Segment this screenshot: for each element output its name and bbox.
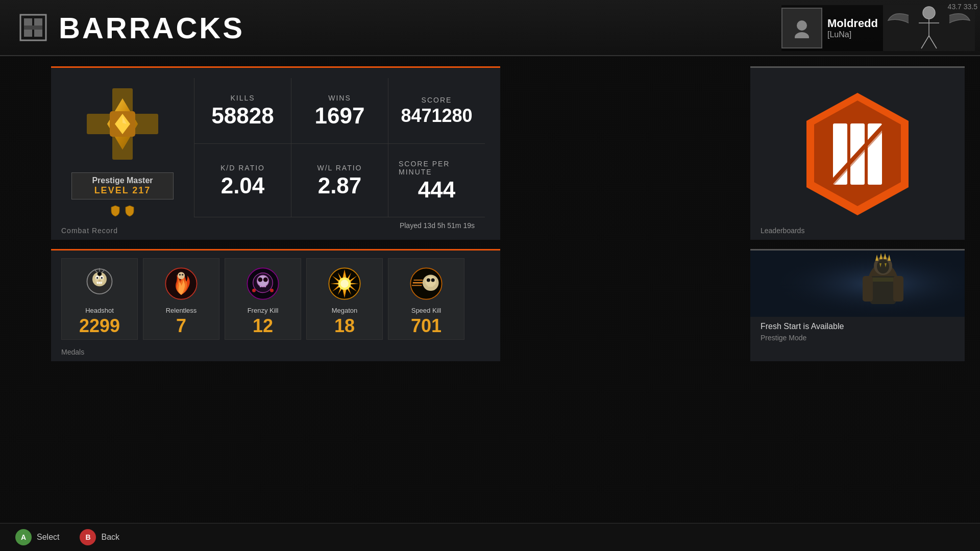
svg-point-4 bbox=[797, 20, 807, 31]
svg-rect-69 bbox=[428, 284, 430, 286]
svg-point-43 bbox=[179, 273, 181, 276]
svg-line-10 bbox=[929, 36, 937, 48]
stats-section: KILLS 58828 WINS 1697 SCORE 8471280 K/D … bbox=[194, 78, 485, 230]
a-button-icon: A bbox=[15, 529, 32, 545]
medal-headshot-count: 2299 bbox=[79, 317, 120, 335]
medal-frenzy-label: Frenzy Kill bbox=[248, 307, 279, 314]
medals-section-label: Medals bbox=[61, 348, 84, 356]
wins-label: WINS bbox=[328, 94, 351, 102]
spm-label: Score per Minute bbox=[399, 160, 475, 176]
svg-point-42 bbox=[178, 272, 185, 279]
prestige-mode-panel[interactable]: Fresh Start is Available Prestige Mode bbox=[750, 249, 965, 361]
score-value: 8471280 bbox=[401, 107, 472, 125]
svg-point-32 bbox=[98, 280, 101, 282]
relentless-icon bbox=[161, 263, 202, 304]
wl-label: W/L Ratio bbox=[317, 164, 362, 172]
select-label: Select bbox=[37, 533, 59, 542]
svg-rect-3 bbox=[24, 26, 42, 30]
score-label: SCORE bbox=[422, 96, 452, 104]
leaderboards-emblem bbox=[791, 88, 924, 220]
kd-value: 2.04 bbox=[221, 174, 265, 197]
kills-value: 58828 bbox=[211, 105, 274, 127]
frenzy-icon bbox=[242, 263, 283, 304]
stat-kills: KILLS 58828 bbox=[194, 78, 291, 144]
leaderboards-panel[interactable]: Leaderboards bbox=[750, 66, 965, 240]
medal-headshot-label: Headshot bbox=[85, 307, 114, 314]
stat-wl: W/L Ratio 2.87 bbox=[291, 144, 388, 218]
stat-wins: WINS 1697 bbox=[291, 78, 388, 144]
svg-point-30 bbox=[96, 277, 99, 279]
medal-relentless-label: Relentless bbox=[166, 307, 197, 314]
medal-megaton: Megaton 18 bbox=[306, 258, 383, 340]
prestige-level: LEVEL 217 bbox=[82, 185, 163, 196]
medals-inner: Headshot 2299 bbox=[51, 251, 500, 347]
kills-label: KILLS bbox=[230, 94, 255, 102]
prestige-icons-row bbox=[110, 205, 135, 217]
bottom-bar: A Select B Back bbox=[0, 523, 980, 551]
medal-relentless-count: 7 bbox=[176, 317, 186, 335]
prestige-section: Prestige Master LEVEL 217 bbox=[66, 78, 179, 230]
fresh-start-text: Fresh Start is Available bbox=[761, 322, 954, 331]
svg-point-44 bbox=[182, 273, 184, 276]
medal-speedkill-count: 701 bbox=[411, 317, 442, 335]
svg-rect-35 bbox=[101, 282, 102, 284]
back-label: Back bbox=[101, 533, 119, 542]
combat-record-panel: Prestige Master LEVEL 217 bbox=[51, 66, 500, 240]
svg-point-55 bbox=[270, 288, 274, 292]
svg-line-9 bbox=[921, 36, 929, 48]
prestige-mode-image bbox=[750, 251, 965, 317]
time-played: Played 13d 5h 51m 19s bbox=[194, 217, 485, 230]
svg-rect-34 bbox=[99, 282, 100, 284]
prestige-mode-label: Prestige Mode bbox=[761, 334, 954, 342]
stat-kd: K/D Ratio 2.04 bbox=[194, 144, 291, 218]
medal-speedkill: Speed Kill 701 bbox=[388, 258, 464, 340]
svg-point-68 bbox=[431, 278, 435, 282]
player-avatar bbox=[781, 8, 822, 48]
prestige-label: Prestige Master bbox=[82, 176, 163, 185]
svg-point-54 bbox=[252, 288, 256, 292]
leaderboards-label: Leaderboards bbox=[761, 227, 804, 235]
svg-rect-70 bbox=[430, 284, 431, 286]
kd-label: K/D Ratio bbox=[220, 164, 265, 172]
svg-rect-83 bbox=[863, 276, 873, 302]
megaton-icon bbox=[324, 263, 365, 304]
medal-frenzy-count: 12 bbox=[253, 317, 273, 335]
medal-megaton-count: 18 bbox=[334, 317, 355, 335]
barracks-logo: BARRACKS bbox=[15, 10, 244, 45]
stats-rows: KILLS 58828 WINS 1697 SCORE 8471280 K/D … bbox=[194, 78, 485, 217]
svg-rect-33 bbox=[97, 282, 99, 284]
svg-point-84 bbox=[877, 259, 889, 273]
wins-value: 1697 bbox=[315, 105, 365, 127]
player-name: Moldredd bbox=[827, 17, 878, 30]
speedkill-icon bbox=[406, 263, 447, 304]
page-title: BARRACKS bbox=[59, 11, 244, 45]
svg-point-67 bbox=[427, 278, 430, 282]
svg-rect-73 bbox=[750, 251, 965, 317]
wl-value: 2.87 bbox=[318, 174, 362, 197]
stat-score: SCORE 8471280 bbox=[388, 78, 485, 144]
medal-relentless: Relentless 7 bbox=[143, 258, 219, 340]
fps-counter: 43.7 33.5 bbox=[948, 3, 977, 11]
prestige-emblem bbox=[82, 83, 163, 165]
player-clan: [LuNa] bbox=[827, 30, 878, 39]
svg-rect-81 bbox=[872, 278, 894, 282]
player-info: Moldredd [LuNa] bbox=[827, 17, 878, 39]
player-profile: Moldredd [LuNa] bbox=[781, 5, 975, 51]
back-button[interactable]: B Back bbox=[80, 529, 119, 545]
medal-megaton-label: Megaton bbox=[332, 307, 358, 314]
medal-speedkill-label: Speed Kill bbox=[411, 307, 442, 314]
select-button[interactable]: A Select bbox=[15, 529, 59, 545]
combat-record-label: Combat Record bbox=[61, 227, 118, 235]
svg-rect-82 bbox=[893, 276, 903, 302]
svg-point-37 bbox=[98, 272, 101, 275]
medal-headshot: Headshot 2299 bbox=[61, 258, 138, 340]
svg-point-31 bbox=[101, 277, 103, 279]
prestige-label-box: Prestige Master LEVEL 217 bbox=[71, 172, 174, 199]
svg-point-49 bbox=[263, 277, 268, 282]
svg-point-60 bbox=[340, 280, 349, 288]
player-character bbox=[883, 5, 975, 51]
stat-spm: Score per Minute 444 bbox=[388, 144, 485, 218]
svg-point-48 bbox=[258, 277, 262, 282]
headshot-icon bbox=[79, 263, 120, 304]
medals-panel: Headshot 2299 bbox=[51, 249, 500, 361]
